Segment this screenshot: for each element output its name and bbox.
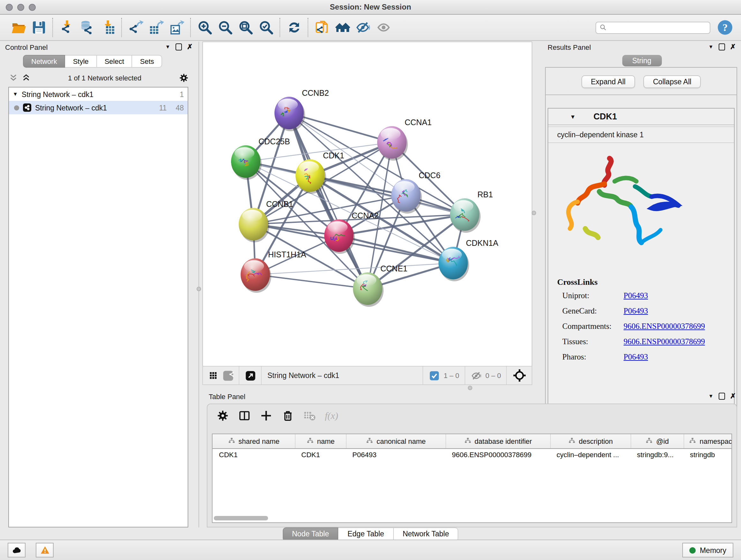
panel-close-icon[interactable]: ✗ xyxy=(730,392,736,400)
panel-menu-icon[interactable]: ▼ xyxy=(709,393,714,399)
network-mode-icon[interactable] xyxy=(223,370,233,381)
memory-label: Memory xyxy=(700,546,726,554)
node-RB1[interactable]: RB1 xyxy=(450,190,493,233)
node-table[interactable]: shared namenamecanonical namedatabase id… xyxy=(212,434,732,523)
panel-menu-icon[interactable]: ▼ xyxy=(165,44,171,50)
crosslink-label: Tissues: xyxy=(562,337,623,347)
table-row[interactable]: CDK1CDK1P064939606.ENSP00000378699cyclin… xyxy=(212,449,732,460)
birds-eye-view-icon[interactable] xyxy=(513,368,527,382)
tab-style[interactable]: Style xyxy=(65,55,97,68)
column-header-namespac[interactable]: namespac xyxy=(684,434,732,449)
network-canvas[interactable]: CCNB2CCNA1CDC25BCDK1CDC6RB1CCNB1CCNA2CDK… xyxy=(202,42,532,367)
update-icon[interactable] xyxy=(286,19,302,36)
panel-close-icon[interactable]: ✗ xyxy=(187,43,193,51)
right-splitter-handle[interactable] xyxy=(532,211,536,215)
collapse-all-icon[interactable] xyxy=(9,73,18,82)
show-all-icon[interactable] xyxy=(375,19,392,36)
tab-select[interactable]: Select xyxy=(97,55,132,68)
horizontal-scrollbar[interactable] xyxy=(214,516,268,520)
panel-float-icon[interactable] xyxy=(719,44,725,51)
open-file-icon[interactable] xyxy=(10,19,27,36)
zoom-selected-icon[interactable] xyxy=(258,19,274,36)
gear-icon[interactable] xyxy=(179,73,189,83)
expand-all-icon[interactable] xyxy=(22,73,30,82)
show-columns-icon[interactable] xyxy=(238,409,251,422)
table-header-row[interactable]: shared namenamecanonical namedatabase id… xyxy=(212,434,732,449)
results-panel-title: Results Panel xyxy=(548,43,591,51)
grid-mode-icon[interactable] xyxy=(208,370,219,381)
panel-menu-icon[interactable]: ▼ xyxy=(709,44,714,50)
crosslink-link[interactable]: P06493 xyxy=(623,353,648,362)
clone-network-icon[interactable] xyxy=(314,19,331,36)
control-panel: Control Panel ▼ ✗ NetworkStyleSelectSets… xyxy=(0,42,198,527)
node-CCNE1[interactable]: CCNE1 xyxy=(353,264,408,307)
export-network-to-file-icon[interactable] xyxy=(128,19,144,36)
crosslink-link[interactable]: P06493 xyxy=(623,307,648,316)
column-header-shared-name[interactable]: shared name xyxy=(212,434,295,449)
crosslink-row: Uniprot: P06493 xyxy=(562,291,734,301)
cloud-button[interactable] xyxy=(8,543,25,557)
table-cell[interactable]: stringdb:9... xyxy=(630,449,684,460)
table-cell[interactable]: stringdb xyxy=(684,449,732,460)
zoom-in-icon[interactable] xyxy=(197,19,213,36)
crosslink-link[interactable]: 9606.ENSP00000378699 xyxy=(623,322,705,331)
crosslink-link[interactable]: 9606.ENSP00000378699 xyxy=(623,337,705,347)
crosslink-link[interactable]: P06493 xyxy=(623,291,648,301)
memory-button[interactable]: Memory xyxy=(683,543,733,557)
node-CCNA1[interactable]: CCNA1 xyxy=(377,118,432,161)
column-header-database-identifier[interactable]: database identifier xyxy=(446,434,550,449)
panel-float-icon[interactable] xyxy=(176,44,182,51)
tab-sets[interactable]: Sets xyxy=(132,55,162,68)
search-input[interactable] xyxy=(610,23,706,32)
import-network-from-database-icon[interactable] xyxy=(79,19,96,36)
selected-checkbox-icon[interactable] xyxy=(429,370,440,381)
table-cell[interactable]: cyclin–dependent ... xyxy=(550,449,630,460)
export-table-to-file-icon[interactable] xyxy=(148,19,165,36)
hide-selected-icon[interactable] xyxy=(355,19,372,36)
node-HIST1H1A[interactable]: HIST1H1A xyxy=(241,250,307,293)
table-cell[interactable]: P06493 xyxy=(346,449,446,460)
search-field[interactable] xyxy=(596,21,711,34)
main-toolbar: ? xyxy=(0,15,741,41)
edge-CCNB2-CCNE1[interactable] xyxy=(289,113,367,289)
zoom-out-icon[interactable] xyxy=(217,19,233,36)
left-splitter-handle[interactable] xyxy=(197,287,201,291)
detach-view-icon[interactable] xyxy=(245,370,256,381)
node-label-CCNB1: CCNB1 xyxy=(266,199,293,208)
first-neighbors-icon[interactable] xyxy=(334,19,351,36)
network-collection-row[interactable]: ▼ String Network – cdk1 1 xyxy=(9,87,188,101)
export-image-icon[interactable] xyxy=(169,19,185,36)
help-icon[interactable]: ? xyxy=(717,19,733,36)
import-network-from-file-icon[interactable] xyxy=(59,19,75,36)
panel-close-icon[interactable]: ✗ xyxy=(730,43,736,51)
add-column-icon[interactable] xyxy=(260,409,273,422)
node-CCNB2[interactable]: CCNB2 xyxy=(274,88,329,131)
table-cell[interactable]: CDK1 xyxy=(295,449,346,460)
zoom-fit-icon[interactable] xyxy=(238,19,254,36)
table-cell[interactable]: 9606.ENSP00000378699 xyxy=(446,449,550,460)
column-header-description[interactable]: description xyxy=(550,434,630,449)
column-header--id[interactable]: @id xyxy=(630,434,684,449)
tab-network[interactable]: Network xyxy=(23,55,65,68)
table-cell[interactable]: CDK1 xyxy=(212,449,295,460)
tree-expand-icon[interactable]: ▼ xyxy=(13,91,18,97)
panel-float-icon[interactable] xyxy=(719,393,725,400)
column-header-canonical-name[interactable]: canonical name xyxy=(346,434,446,449)
save-session-icon[interactable] xyxy=(30,19,47,36)
horizontal-splitter-handle[interactable] xyxy=(468,386,472,390)
svg-text:?: ? xyxy=(723,22,728,33)
edge-count: 48 xyxy=(176,104,184,111)
delete-column-icon[interactable] xyxy=(281,409,294,422)
expand-all-button[interactable]: Expand All xyxy=(582,75,635,88)
warnings-button[interactable] xyxy=(36,543,54,557)
node-CDKN1A[interactable]: CDKN1A xyxy=(439,239,498,281)
protein-collapse-icon[interactable]: ▼ xyxy=(570,113,576,120)
protein-name: CDK1 xyxy=(594,112,617,121)
tab-string[interactable]: String xyxy=(622,55,662,66)
network-row[interactable]: String Network – cdk1 11 48 xyxy=(9,101,188,114)
table-settings-icon[interactable] xyxy=(216,409,229,422)
edge-CCNE1-HIST1H1A[interactable] xyxy=(255,274,367,289)
import-table-from-file-icon[interactable] xyxy=(99,19,116,36)
collapse-all-button[interactable]: Collapse All xyxy=(643,75,701,88)
column-header-name[interactable]: name xyxy=(295,434,346,449)
